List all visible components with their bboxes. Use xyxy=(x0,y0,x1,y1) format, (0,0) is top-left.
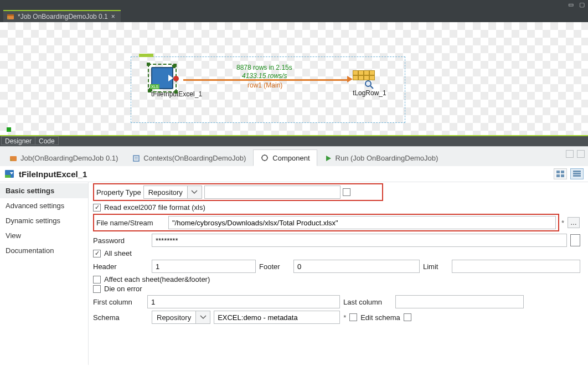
node-tfileinputexcel[interactable]: tFileInputExcel_1 xyxy=(151,67,202,98)
property-type-row: Property Type Repository xyxy=(93,183,383,201)
limit-input[interactable] xyxy=(452,260,580,273)
chevron-down-icon xyxy=(187,186,202,198)
file-browse-button[interactable]: … xyxy=(568,217,580,228)
required-star: * xyxy=(561,219,564,227)
chevron-down-icon xyxy=(195,311,210,323)
first-col-input[interactable] xyxy=(147,295,340,308)
property-type-label: Property Type xyxy=(96,188,141,197)
selection-box: tFileInputExcel_1 tLogRow_1 8878 rows in… xyxy=(131,56,405,123)
maximize-icon[interactable]: ▢ xyxy=(578,1,586,8)
xls-icon xyxy=(151,67,173,89)
nav-view[interactable]: View xyxy=(0,228,88,243)
flow-stats-rows: 8878 rows in 2.15s xyxy=(236,64,292,71)
panel-maximize-icon[interactable] xyxy=(577,150,585,158)
panel-minimize-icon[interactable] xyxy=(566,150,574,158)
component-icon xyxy=(260,153,269,162)
nav-dynamic-settings[interactable]: Dynamic settings xyxy=(0,213,88,228)
job-icon xyxy=(7,13,14,20)
all-sheet-checkbox[interactable] xyxy=(93,250,101,257)
svg-rect-19 xyxy=(573,171,581,172)
read-2007-checkbox[interactable] xyxy=(93,204,101,212)
last-col-input[interactable] xyxy=(395,295,524,308)
tab-contexts-label: Contexts(OnBoardingDemoJob) xyxy=(143,154,246,162)
header-label: Header xyxy=(93,262,148,271)
property-type-value: Repository xyxy=(144,188,187,197)
all-sheet-label: All sheet xyxy=(104,249,132,257)
logrow-icon xyxy=(353,70,375,88)
file-name-input[interactable] xyxy=(168,216,556,229)
password-extra-button[interactable] xyxy=(570,234,580,246)
mode-tab-designer[interactable]: Designer xyxy=(1,136,35,145)
mode-tab-strip: Designer Code xyxy=(0,136,588,146)
svg-rect-21 xyxy=(573,175,581,177)
file-name-row: File name/Stream xyxy=(93,214,559,231)
affect-sheet-label: Affect each sheet(header&footer) xyxy=(104,275,226,283)
tab-contexts[interactable]: Contexts(OnBoardingDemoJob) xyxy=(125,150,253,166)
first-col-label: First column xyxy=(93,298,144,306)
schema-select[interactable]: Repository xyxy=(152,311,210,324)
required-star: * xyxy=(343,313,346,322)
schema-browse-button[interactable] xyxy=(349,313,357,321)
header-input[interactable] xyxy=(152,260,256,273)
nav-advanced-settings[interactable]: Advanced settings xyxy=(0,198,88,213)
svg-rect-18 xyxy=(561,174,564,177)
xls-small-icon xyxy=(4,169,14,179)
mode-tab-code[interactable]: Code xyxy=(35,136,59,145)
svg-point-3 xyxy=(365,81,371,86)
svg-marker-11 xyxy=(326,156,331,161)
password-input[interactable] xyxy=(152,234,567,247)
property-type-browse-button[interactable] xyxy=(343,188,350,196)
property-type-select[interactable]: Repository xyxy=(143,185,202,199)
limit-label: Limit xyxy=(423,262,448,271)
die-on-error-checkbox[interactable] xyxy=(93,285,101,293)
svg-point-6 xyxy=(11,159,12,161)
footer-input[interactable] xyxy=(293,260,420,273)
node-label: tLogRow_1 xyxy=(353,89,386,97)
svg-rect-1 xyxy=(7,14,14,16)
svg-rect-16 xyxy=(561,171,564,173)
tab-job[interactable]: Job(OnBoardingDemoJob 0.1) xyxy=(2,150,125,166)
last-col-label: Last column xyxy=(343,298,392,306)
view-list-button[interactable] xyxy=(570,168,584,179)
tab-component-label: Component xyxy=(272,154,310,162)
footer-label: Footer xyxy=(259,262,290,271)
schema-ref-input[interactable] xyxy=(214,311,340,324)
design-canvas[interactable]: tFileInputExcel_1 tLogRow_1 8878 rows in… xyxy=(0,22,588,136)
schema-value: Repository xyxy=(152,313,195,322)
view-grid-button[interactable] xyxy=(554,168,567,179)
property-type-ref-input[interactable] xyxy=(204,185,341,199)
affect-sheet-checkbox[interactable] xyxy=(93,276,101,283)
password-label: Password xyxy=(93,236,148,245)
edit-schema-label: Edit schema xyxy=(360,313,400,322)
bottom-tab-strip: Job(OnBoardingDemoJob 0.1) Contexts(OnBo… xyxy=(0,146,588,166)
die-on-error-label: Die on error xyxy=(104,285,148,293)
nav-basic-settings[interactable]: Basic settings xyxy=(0,183,88,198)
svg-rect-13 xyxy=(5,175,11,178)
tab-job-label: Job(OnBoardingDemoJob 0.1) xyxy=(20,154,118,162)
component-form-header: tFileInputExcel_1 xyxy=(0,166,588,182)
job-icon xyxy=(9,154,17,162)
component-form-body: Basic settings Advanced settings Dynamic… xyxy=(0,182,588,365)
svg-rect-15 xyxy=(556,171,560,173)
flow-link-label: row1 (Main) xyxy=(247,81,282,89)
editor-header: ▭ ▢ xyxy=(0,0,588,10)
settings-fields: Property Type Repository Read excel2007 … xyxy=(89,182,588,365)
minimize-icon[interactable]: ▭ xyxy=(567,1,575,8)
file-name-label: File name/Stream xyxy=(96,219,166,227)
tab-run[interactable]: Run (Job OnBoardingDemoJob) xyxy=(317,150,446,166)
editor-tab-job[interactable]: *Job OnBoardingDemoJob 0.1 × xyxy=(3,10,121,22)
selection-handle[interactable] xyxy=(139,54,153,57)
close-tab-icon[interactable]: × xyxy=(111,13,115,20)
svg-rect-17 xyxy=(556,174,560,177)
nav-documentation[interactable]: Documentation xyxy=(0,243,88,258)
editor-tab-bar: *Job OnBoardingDemoJob 0.1 × xyxy=(0,10,588,22)
tab-component[interactable]: Component xyxy=(253,150,317,166)
svg-rect-20 xyxy=(573,173,581,174)
canvas-status-indicator xyxy=(7,127,11,132)
edit-schema-button[interactable] xyxy=(404,313,411,321)
svg-line-4 xyxy=(370,86,373,89)
node-tlogrow[interactable]: tLogRow_1 xyxy=(353,70,386,97)
svg-rect-7 xyxy=(133,156,139,161)
flow-arrow-icon xyxy=(347,76,353,83)
read-2007-label: Read excel2007 file format (xls) xyxy=(104,203,205,212)
